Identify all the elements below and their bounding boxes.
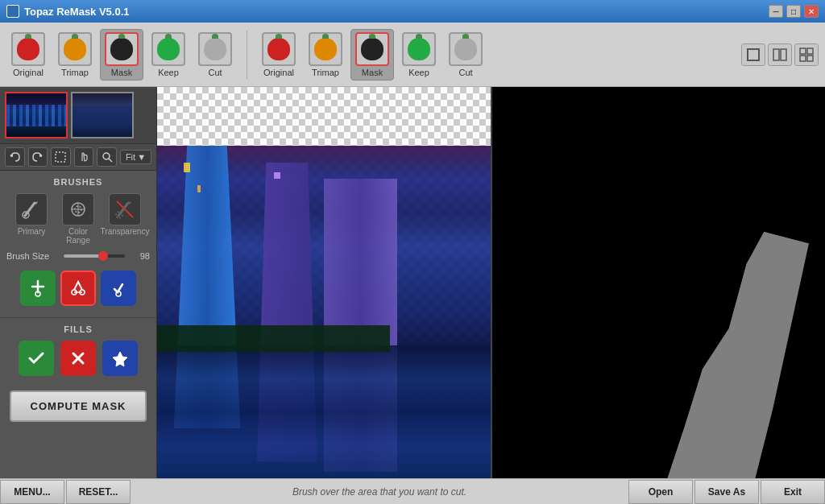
redo-icon (32, 151, 44, 163)
close-button[interactable]: ✕ (804, 5, 819, 18)
status-text: Brush over the area that you want to cut… (131, 486, 628, 498)
single-view-icon (746, 48, 761, 62)
left-tool-group: Original Trimap Mask Keep Cut (6, 29, 237, 81)
svg-rect-4 (807, 48, 813, 54)
toolbar-original[interactable]: Original (6, 30, 50, 80)
toolbar-trimap2[interactable]: Trimap (304, 30, 347, 80)
toolbar-keep2-label: Keep (408, 68, 429, 77)
refine-fill-icon (110, 348, 131, 369)
primary-brush-tool[interactable]: Primary (11, 193, 52, 245)
app-icon (6, 5, 19, 18)
toolbar-keep[interactable]: Keep (147, 30, 190, 80)
undo-button[interactable] (5, 147, 25, 167)
svg-rect-0 (748, 49, 759, 60)
double-view-icon (773, 48, 787, 62)
toolbar-cut2[interactable]: Cut (444, 30, 487, 80)
toolbar-original2[interactable]: Original (257, 30, 301, 80)
zoom-value: Fit (126, 152, 135, 162)
thumbnail-2[interactable] (71, 92, 134, 138)
zoom-icon (102, 151, 113, 163)
compute-mask-button[interactable]: COMPUTE MASK (10, 390, 147, 422)
menu-button[interactable]: MENU... (0, 480, 64, 504)
reset-button[interactable]: RESET... (66, 480, 131, 504)
quad-view-button[interactable] (794, 43, 819, 66)
right-tool-group: Original Trimap Mask Keep Cut (257, 29, 487, 81)
svg-point-10 (103, 153, 110, 159)
cut-apple-icon (204, 38, 226, 60)
exit-button[interactable]: Exit (761, 480, 825, 504)
brushes-section: BRUSHES Primary (0, 171, 156, 317)
brush-size-row: Brush Size 98 (6, 251, 150, 261)
hand-tool-button[interactable] (74, 147, 94, 167)
titlebar: Topaz ReMask V5.0.1 ─ □ ✕ (0, 0, 825, 23)
zoom-display[interactable]: Fit ▼ (120, 150, 151, 164)
toolbar-keep2[interactable]: Keep (397, 30, 441, 80)
slider-thumb[interactable] (98, 251, 108, 261)
toolbar-mask-label: Mask (111, 68, 132, 77)
selection-button[interactable] (51, 147, 71, 167)
edit-canvas-pane[interactable] (157, 87, 491, 478)
double-view-button[interactable] (768, 43, 792, 66)
toolbar-trimap2-label: Trimap (312, 68, 339, 77)
transparency-brush-icon (109, 193, 141, 225)
toolbar-trimap-label: Trimap (61, 68, 89, 77)
open-button[interactable]: Open (628, 480, 693, 504)
svg-rect-2 (781, 49, 786, 60)
selection-icon (55, 151, 66, 163)
color-range-brush-label: Color Range (58, 227, 98, 245)
mask2-apple-icon (361, 38, 383, 60)
thumbnail-area (0, 87, 156, 144)
color-range-brush-icon (62, 193, 94, 225)
toolbar-mask2[interactable]: Mask (350, 29, 394, 81)
save-as-button[interactable]: Save As (694, 480, 759, 504)
mask-canvas-pane (491, 87, 826, 478)
app-title: Topaz ReMask V5.0.1 (6, 5, 130, 18)
redo-button[interactable] (28, 147, 48, 167)
zoom-button[interactable] (97, 147, 117, 167)
top-toolbar: Original Trimap Mask Keep Cut (0, 23, 825, 87)
maximize-button[interactable]: □ (786, 5, 801, 18)
minimize-button[interactable]: ─ (769, 5, 783, 18)
cut-fill-button[interactable] (60, 341, 96, 376)
brush-modes (6, 266, 150, 311)
svg-rect-5 (800, 56, 806, 61)
toolbar-cut-label: Cut (208, 68, 222, 77)
brush-size-slider[interactable] (64, 254, 125, 258)
toolbar-mask[interactable]: Mask (100, 29, 143, 81)
refine-mode-icon (108, 278, 129, 299)
toolbar-original-label: Original (13, 68, 44, 77)
transparency-brush-tool[interactable]: Transparency (105, 193, 145, 245)
fills-section: FILLS (0, 317, 156, 382)
svg-line-11 (109, 159, 112, 162)
brush-tools: Primary Color Range (6, 193, 150, 245)
cut-mode-button[interactable] (60, 271, 96, 306)
keep-apple-icon (157, 38, 180, 60)
toolbar-keep-label: Keep (158, 68, 179, 77)
toolbar-mask2-label: Mask (362, 68, 383, 77)
cut-fill-icon (68, 348, 89, 369)
status-right: Open Save As Exit (628, 480, 825, 504)
cut-mode-icon (68, 278, 89, 299)
keep2-apple-icon (408, 38, 430, 60)
city-image-layer (157, 87, 491, 478)
nav-tools: Fit ▼ (0, 144, 156, 171)
toolbar-trimap[interactable]: Trimap (53, 30, 97, 80)
refine-fill-button[interactable] (102, 341, 138, 376)
toolbar-separator-1 (247, 31, 247, 79)
original2-apple-icon (267, 38, 290, 60)
quad-view-icon (799, 48, 814, 62)
keep-fill-button[interactable] (19, 341, 54, 376)
left-panel: Fit ▼ BRUSHES Primary (0, 87, 157, 478)
original-apple-icon (17, 38, 39, 60)
zoom-chevron-icon: ▼ (137, 152, 146, 162)
color-range-brush-tool[interactable]: Color Range (58, 193, 98, 245)
refine-mode-button[interactable] (101, 271, 136, 306)
keep-mode-button[interactable] (20, 271, 56, 306)
primary-brush-icon (15, 193, 48, 225)
undo-icon (9, 151, 20, 163)
toolbar-cut[interactable]: Cut (193, 30, 237, 80)
mask-details-svg (492, 87, 826, 478)
canvas-area (157, 87, 825, 478)
single-view-button[interactable] (741, 43, 765, 66)
thumbnail-1[interactable] (5, 92, 68, 138)
